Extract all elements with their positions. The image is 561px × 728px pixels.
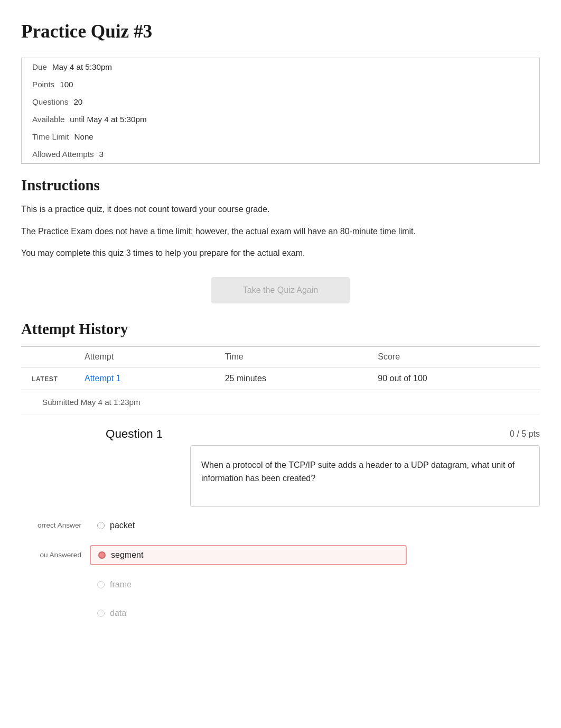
allowed-attempts-label: Allowed Attempts <box>32 150 94 159</box>
attempt-table-header-row: Attempt Time Score <box>21 346 540 367</box>
question-1-header: Question 1 0 / 5 pts <box>21 419 540 445</box>
attempt-1-link[interactable]: Attempt 1 <box>85 374 120 383</box>
due-label: Due <box>32 62 47 71</box>
points-label: Points <box>32 80 54 89</box>
answer-you-answered-row: ou Answered segment <box>21 540 540 570</box>
questions-value: 20 <box>73 97 82 106</box>
questions-label: Questions <box>32 97 68 106</box>
table-row: LATEST Attempt 1 25 minutes 90 out of 10… <box>21 367 540 390</box>
attempt-history-title: Attempt History <box>21 320 540 338</box>
answer-frame-text: frame <box>110 580 132 589</box>
col-score: Score <box>367 346 540 367</box>
top-divider <box>21 51 540 51</box>
answer-frame-row: frame <box>21 570 540 599</box>
question-1-box: When a protocol of the TCP/IP suite adds… <box>190 445 540 507</box>
available-label: Available <box>32 115 64 124</box>
correct-answer-option-wrapper: packet <box>90 517 540 535</box>
answers-area: orrect Answer packet ou Answered segment <box>21 511 540 628</box>
allowed-attempts-value: 3 <box>99 150 104 159</box>
time-limit-value: None <box>74 132 93 141</box>
question-1-section: Question 1 0 / 5 pts When a protocol of … <box>21 419 540 628</box>
points-value: 100 <box>60 80 73 89</box>
instructions-title: Instructions <box>21 177 540 194</box>
attempt-time-cell: 25 minutes <box>214 367 368 390</box>
answer-segment-text: segment <box>111 550 143 560</box>
radio-data <box>97 610 105 617</box>
answer-frame: frame <box>90 576 540 594</box>
answer-data-option-wrapper: data <box>90 604 540 622</box>
you-answered-option-wrapper: segment <box>90 545 540 565</box>
answer-segment: segment <box>90 545 407 565</box>
instruction-line-1: This is a practice quiz, it does not cou… <box>21 202 540 216</box>
correct-answer-label: orrect Answer <box>21 521 90 529</box>
latest-badge: LATEST <box>32 375 58 383</box>
answer-frame-option-wrapper: frame <box>90 576 540 594</box>
take-quiz-button[interactable]: Take the Quiz Again <box>211 277 350 303</box>
meta-row-1: Due May 4 at 5:30pm Points 100 Questions… <box>22 58 157 110</box>
attempt-score-cell: 90 out of 100 <box>367 367 540 390</box>
attempt-history-table: Attempt Time Score LATEST Attempt 1 25 m… <box>21 346 540 390</box>
you-answered-label: ou Answered <box>21 551 90 559</box>
instruction-line-3: You may complete this quiz 3 times to he… <box>21 246 540 260</box>
due-value: May 4 at 5:30pm <box>52 62 112 71</box>
submitted-text: Submitted May 4 at 1:23pm <box>21 390 540 414</box>
quiz-meta-table: Due May 4 at 5:30pm Points 100 Questions… <box>21 58 540 163</box>
available-value: until May 4 at 5:30pm <box>70 115 146 124</box>
attempt-score: 90 out of 100 <box>378 374 427 383</box>
question-1-title: Question 1 <box>106 427 163 441</box>
answer-correct-row: orrect Answer packet <box>21 511 540 540</box>
answer-data-row: data <box>21 599 540 628</box>
radio-frame <box>97 581 105 588</box>
col-time: Time <box>214 346 368 367</box>
take-quiz-button-wrapper: Take the Quiz Again <box>21 277 540 303</box>
col-badge <box>21 346 74 367</box>
answer-data-text: data <box>110 609 126 618</box>
time-limit-label: Time Limit <box>32 132 69 141</box>
answer-packet-text: packet <box>110 521 135 530</box>
question-1-text: When a protocol of the TCP/IP suite adds… <box>201 458 529 485</box>
radio-packet <box>97 522 105 529</box>
answer-data: data <box>90 604 540 622</box>
instruction-line-2: The Practice Exam does not have a time l… <box>21 225 540 238</box>
meta-row-2: Available until May 4 at 5:30pm Time Lim… <box>22 110 157 163</box>
col-attempt: Attempt <box>74 346 214 367</box>
radio-segment <box>98 551 106 559</box>
answer-packet: packet <box>90 517 540 535</box>
page-title: Practice Quiz #3 <box>21 21 540 42</box>
latest-badge-cell: LATEST <box>21 367 74 390</box>
attempt-link-cell[interactable]: Attempt 1 <box>74 367 214 390</box>
attempt-time: 25 minutes <box>225 374 266 383</box>
question-1-pts: 0 / 5 pts <box>510 429 540 439</box>
bottom-divider <box>21 163 540 164</box>
